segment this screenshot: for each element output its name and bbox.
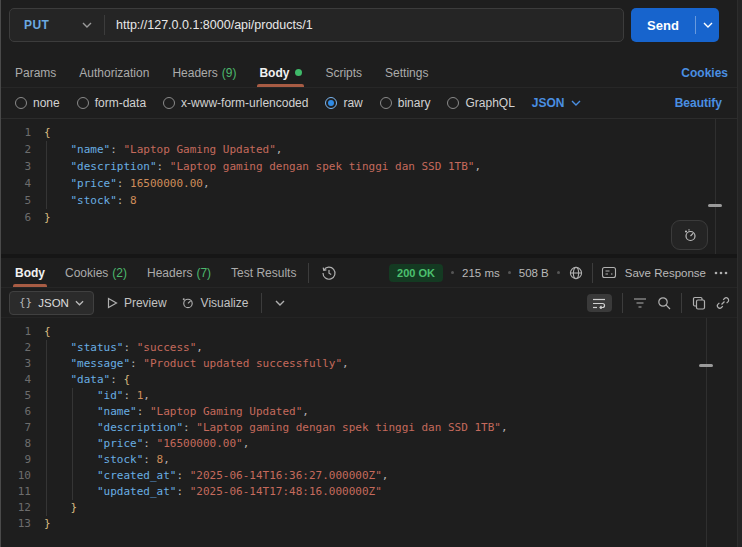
response-history-icon[interactable] [321, 265, 337, 281]
response-header: Body Cookies (2) Headers (7) Test Result… [1, 258, 742, 288]
mode-graphql[interactable]: GraphQL [447, 96, 514, 110]
visualize-button[interactable]: Visualize [180, 295, 249, 310]
code-line: 7 "description": "Laptop gaming dengan s… [1, 420, 742, 436]
line-number: 11 [1, 484, 31, 500]
code-line: 10 "created_at": "2025-06-14T16:36:27.00… [1, 468, 742, 484]
send-button[interactable]: Send [631, 8, 719, 42]
code-line: 3 "description": "Laptop gaming dengan s… [1, 158, 742, 175]
body-mode-row: none form-data x-www-form-urlencoded raw… [1, 88, 742, 118]
visualize-magic-icon [180, 295, 195, 310]
language-selector[interactable]: JSON [532, 96, 581, 110]
tab-settings[interactable]: Settings [385, 58, 428, 87]
line-number: 12 [1, 500, 31, 516]
mode-x-www-form-urlencoded[interactable]: x-www-form-urlencoded [163, 96, 308, 110]
mode-none[interactable]: none [15, 96, 60, 110]
line-number: 6 [1, 209, 31, 226]
line-number: 2 [1, 141, 31, 158]
scrollbar-thumb[interactable] [708, 204, 722, 207]
tab-scripts[interactable]: Scripts [325, 58, 362, 87]
filter-icon[interactable] [633, 297, 647, 309]
indent-guide [46, 141, 47, 209]
radio-icon [163, 97, 175, 109]
line-number: 13 [1, 516, 31, 532]
line-number: 2 [1, 340, 31, 356]
url-input[interactable] [105, 9, 623, 41]
code-line: 4 "price": 16500000.00, [1, 175, 742, 192]
separator-dot [557, 271, 560, 274]
response-body-viewer[interactable]: 1{2 "status": "success",3 "message": "Pr… [1, 318, 742, 547]
mode-raw[interactable]: raw [325, 96, 362, 110]
response-code: 1{2 "status": "success",3 "message": "Pr… [1, 324, 742, 532]
link-icon[interactable] [716, 296, 730, 310]
send-label: Send [631, 18, 695, 33]
scrollbar-track[interactable] [706, 318, 707, 547]
mode-form-data[interactable]: form-data [77, 96, 146, 110]
code-line: 12 } [1, 500, 742, 516]
request-tabs: Params Authorization Headers (9) Body Sc… [1, 58, 742, 88]
request-code: 1{2 "name": "Laptop Gaming Updated",3 "d… [1, 124, 742, 226]
postbot-button[interactable] [671, 220, 708, 250]
visualize-chevron-icon[interactable] [275, 300, 285, 306]
response-tab-headers[interactable]: Headers (7) [147, 258, 211, 287]
mode-binary[interactable]: binary [380, 96, 431, 110]
search-icon[interactable] [657, 296, 671, 310]
response-tab-test-results[interactable]: Test Results [231, 258, 296, 287]
request-url-bar: PUT Send [1, 0, 742, 50]
right-edge-panel [737, 0, 742, 547]
url-box: PUT [9, 8, 624, 42]
method-selector[interactable]: PUT [10, 9, 104, 41]
code-line: 11 "updated_at": "2025-06-14T17:48:16.00… [1, 484, 742, 500]
active-tab-underline [13, 284, 47, 287]
send-options-chevron-icon[interactable] [696, 22, 719, 28]
response-size[interactable]: 508 B [519, 267, 549, 279]
copy-icon[interactable] [692, 296, 706, 310]
network-globe-icon[interactable] [568, 265, 584, 281]
play-icon [107, 297, 118, 309]
divider [308, 263, 309, 283]
request-body-editor[interactable]: 1{2 "name": "Laptop Gaming Updated",3 "d… [1, 118, 742, 254]
code-line: 6} [1, 209, 742, 226]
separator-dot [451, 271, 454, 274]
wrap-text-toggle[interactable] [587, 294, 612, 312]
code-line: 5 "stock": 8 [1, 192, 742, 209]
radio-icon [380, 97, 392, 109]
tab-headers[interactable]: Headers (9) [172, 58, 236, 87]
code-line: 4 "data": { [1, 372, 742, 388]
scrollbar-thumb[interactable] [699, 364, 713, 367]
divider [681, 293, 682, 313]
tab-authorization[interactable]: Authorization [79, 58, 149, 87]
tab-params[interactable]: Params [15, 58, 56, 87]
more-options-icon[interactable] [714, 271, 728, 275]
cookies-link[interactable]: Cookies [681, 66, 728, 80]
scrollbar-track[interactable] [715, 119, 716, 254]
line-number: 1 [1, 124, 31, 141]
line-number: 3 [1, 158, 31, 175]
radio-selected-icon [325, 97, 337, 109]
line-number: 5 [1, 192, 31, 209]
code-line: 9 "stock": 8, [1, 452, 742, 468]
response-tab-body[interactable]: Body [15, 258, 45, 287]
response-format-selector[interactable]: {} JSON [9, 291, 94, 315]
save-response-button[interactable]: Save Response [625, 267, 706, 279]
line-number: 7 [1, 420, 31, 436]
line-number: 6 [1, 404, 31, 420]
preview-button[interactable]: Preview [107, 296, 167, 310]
code-line: 1{ [1, 324, 742, 340]
line-number: 10 [1, 468, 31, 484]
response-tab-cookies[interactable]: Cookies (2) [65, 258, 127, 287]
line-number: 3 [1, 356, 31, 372]
code-line: 5 "id": 1, [1, 388, 742, 404]
status-badge[interactable]: 200 OK [389, 264, 443, 282]
radio-icon [447, 97, 459, 109]
code-line: 6 "name": "Laptop Gaming Updated", [1, 404, 742, 420]
response-time[interactable]: 215 ms [462, 267, 500, 279]
code-line: 8 "price": "16500000.00", [1, 436, 742, 452]
line-number: 5 [1, 388, 31, 404]
line-number: 4 [1, 372, 31, 388]
tab-body[interactable]: Body [259, 58, 302, 87]
braces-icon: {} [19, 296, 32, 309]
radio-icon [15, 97, 27, 109]
response-meta: 200 OK 215 ms 508 B Save [389, 263, 728, 283]
separator-dot [508, 271, 511, 274]
beautify-link[interactable]: Beautify [675, 96, 728, 110]
